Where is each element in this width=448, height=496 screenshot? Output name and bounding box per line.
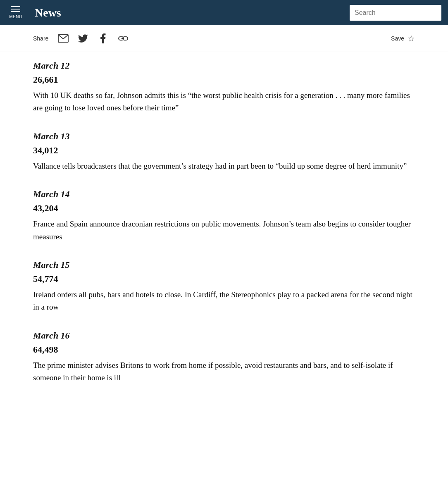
share-label: Share <box>33 35 48 42</box>
entry-date: March 14 <box>33 189 415 200</box>
article-entry: March 1226,661With 10 UK deaths so far, … <box>33 60 415 114</box>
entry-date: March 12 <box>33 60 415 71</box>
entry-text: With 10 UK deaths so far, Johnson admits… <box>33 89 415 114</box>
menu-button[interactable]: MENU <box>7 6 25 19</box>
entry-number: 34,012 <box>33 145 415 156</box>
hamburger-icon <box>11 6 20 7</box>
facebook-share-button[interactable] <box>96 32 110 45</box>
entry-text: France and Spain announce draconian rest… <box>33 218 415 243</box>
entry-number: 54,774 <box>33 274 415 284</box>
article-entry: March 1664,498The prime minister advises… <box>33 330 415 384</box>
entry-date: March 15 <box>33 260 415 270</box>
entry-date: March 16 <box>33 330 415 341</box>
search-bar <box>350 5 441 21</box>
facebook-icon <box>100 33 106 43</box>
twitter-icon <box>78 34 88 43</box>
save-button[interactable]: Save ☆ <box>391 33 415 43</box>
hamburger-icon <box>11 11 20 12</box>
copy-link-button[interactable] <box>116 32 129 45</box>
entry-number: 43,204 <box>33 203 415 214</box>
entry-number: 26,661 <box>33 74 415 85</box>
entry-text: Vallance tells broadcasters that the gov… <box>33 160 415 172</box>
share-bar: Share Save ☆ <box>0 25 448 52</box>
entry-text: Ireland orders all pubs, bars and hotels… <box>33 289 415 314</box>
entry-date: March 13 <box>33 131 415 142</box>
hamburger-icon <box>11 9 20 10</box>
article-content: March 1226,661With 10 UK deaths so far, … <box>0 52 448 417</box>
entry-text: The prime minister advises Britons to wo… <box>33 359 415 384</box>
article-entry: March 1554,774Ireland orders all pubs, b… <box>33 260 415 314</box>
article-entry: March 1334,012Vallance tells broadcaster… <box>33 131 415 172</box>
search-input[interactable] <box>350 5 441 21</box>
link-icon <box>117 36 128 41</box>
site-logo: News <box>31 6 350 19</box>
menu-label: MENU <box>9 14 22 19</box>
star-icon: ☆ <box>407 33 415 43</box>
twitter-share-button[interactable] <box>76 32 90 45</box>
save-label: Save <box>391 35 404 42</box>
article-entry: March 1443,204France and Spain announce … <box>33 189 415 243</box>
entry-number: 64,498 <box>33 344 415 355</box>
email-share-button[interactable] <box>57 32 70 45</box>
email-icon <box>58 34 69 43</box>
header: MENU News <box>0 0 448 25</box>
